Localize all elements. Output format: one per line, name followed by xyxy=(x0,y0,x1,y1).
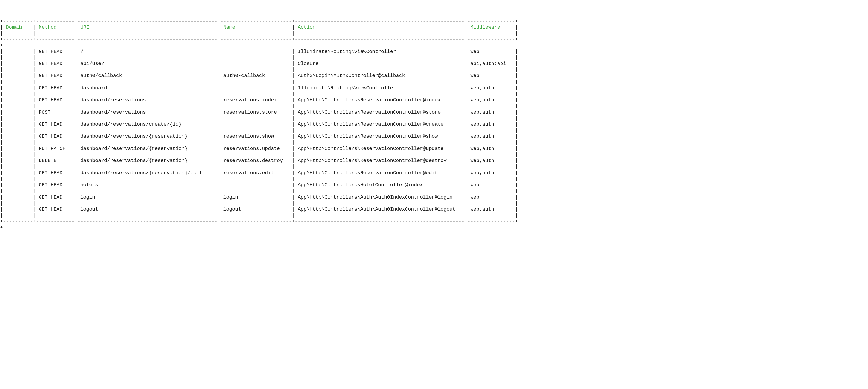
route-list-table: +----------+-------------+--------------… xyxy=(0,18,868,230)
